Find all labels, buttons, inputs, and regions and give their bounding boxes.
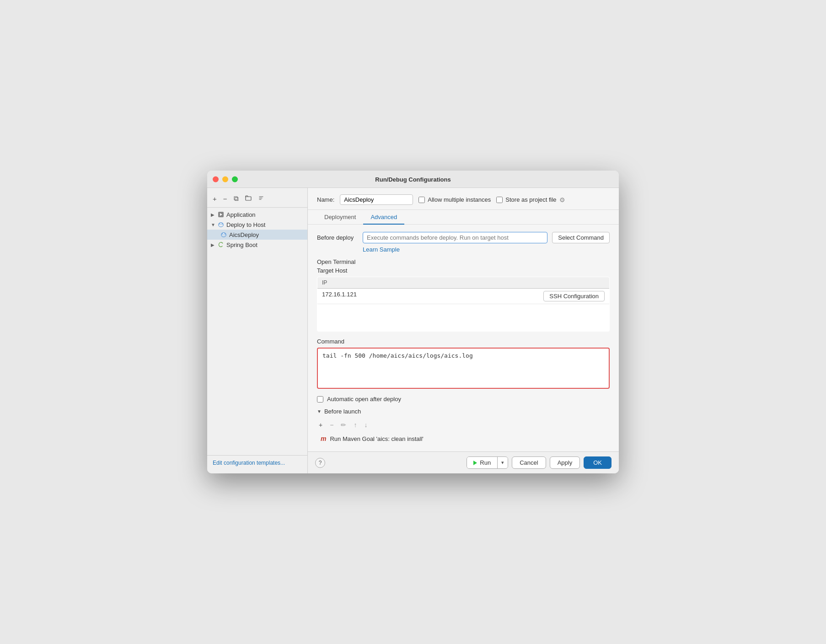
table-header-empty [429,277,609,289]
copy-config-button[interactable]: ⧉ [232,193,241,204]
learn-sample-link[interactable]: Learn Sample [317,246,610,253]
titlebar: Run/Debug Configurations [207,171,619,188]
add-config-button[interactable]: + [211,194,219,204]
tabs: Deployment Advanced [308,210,619,225]
minimize-button[interactable] [222,176,228,182]
main-content: + − ⧉ ▶ Application ▼ [207,188,619,473]
cancel-button[interactable]: Cancel [512,456,546,469]
sidebar: + − ⧉ ▶ Application ▼ [207,188,308,473]
launch-item[interactable]: m Run Maven Goal 'aics: clean install' [317,433,610,444]
sidebar-footer: Edit configuration templates... [207,455,307,470]
arrow-deploy-icon: ▼ [211,222,216,227]
panel-body: Before deploy Select Command Learn Sampl… [308,225,619,451]
allow-multiple-instances-group: Allow multiple instances [418,196,491,203]
window-title: Run/Debug Configurations [375,176,451,183]
run-button-label: Run [480,459,491,466]
run-button-group: Run ▾ [467,456,508,469]
sidebar-item-spring-boot[interactable]: ▶ Spring Boot [207,240,307,250]
before-launch-section-label: Before launch [324,408,361,415]
command-textarea[interactable] [317,348,610,389]
table-header-ip: IP [317,277,430,289]
before-deploy-label: Before deploy [317,234,358,241]
config-header: Name: Allow multiple instances Store as … [308,188,619,210]
tab-deployment[interactable]: Deployment [317,210,363,225]
svg-point-7 [222,243,223,244]
allow-multiple-instances-checkbox[interactable] [418,197,425,203]
tab-advanced[interactable]: Advanced [363,210,404,225]
table-cell-ip: 172.16.1.121 [317,289,430,304]
aics-deploy-icon [220,231,227,238]
allow-multiple-instances-label: Allow multiple instances [428,196,491,203]
ssh-configuration-button[interactable]: SSH Configuration [543,291,605,301]
sidebar-item-application[interactable]: ▶ Application [207,209,307,220]
ok-button[interactable]: OK [584,456,611,469]
launch-add-button[interactable]: + [317,420,324,429]
bottom-bar: ? Run ▾ Cancel Apply OK [308,451,619,473]
table-empty-row [317,304,610,332]
apply-button[interactable]: Apply [550,456,580,469]
store-as-project-file-group: Store as project file ⚙ [496,196,565,204]
arrow-icon: ▶ [211,212,216,217]
folder-config-button[interactable] [243,194,253,204]
before-deploy-input[interactable] [363,232,547,243]
run-dropdown-button[interactable]: ▾ [498,457,508,468]
host-table: IP 172.16.1.121 SSH Configuration [317,277,610,332]
auto-open-row: Automatic open after deploy [317,396,610,402]
remove-config-button[interactable]: − [221,194,229,204]
sidebar-item-aics-deploy[interactable]: AicsDeploy [207,230,307,240]
before-launch-collapse-row: ▼ Before launch [317,408,610,415]
svg-rect-0 [246,197,251,200]
name-label: Name: [317,196,334,203]
launch-remove-button[interactable]: − [328,420,335,429]
run-main-button[interactable]: Run [467,457,498,468]
maximize-button[interactable] [232,176,238,182]
run-triangle-icon [473,461,477,465]
traffic-lights [213,176,238,182]
sidebar-item-deploy-label: Deploy to Host [226,221,265,228]
command-label: Command [317,338,610,345]
before-deploy-row: Before deploy Select Command [317,232,610,243]
maven-icon: m [321,435,326,442]
select-command-button[interactable]: Select Command [552,232,610,243]
table-row: 172.16.1.121 SSH Configuration [317,289,610,304]
before-launch-section: ▼ Before launch + − ✏ ↑ ↓ m Run Maven Go… [317,408,610,444]
table-empty-cell-1 [317,304,430,332]
auto-open-label: Automatic open after deploy [327,396,401,402]
name-input[interactable] [340,194,413,205]
launch-toolbar: + − ✏ ↑ ↓ [317,419,610,433]
launch-edit-button[interactable]: ✏ [339,420,348,429]
close-button[interactable] [213,176,219,182]
sidebar-item-application-label: Application [226,211,256,218]
table-cell-ssh: SSH Configuration [429,289,609,304]
right-panel: Name: Allow multiple instances Store as … [308,188,619,473]
table-empty-cell-2 [429,304,609,332]
edit-templates-link[interactable]: Edit configuration templates... [213,460,285,466]
spring-icon [217,241,225,248]
sidebar-item-deploy-to-host[interactable]: ▼ Deploy to Host [207,220,307,230]
sidebar-toolbar: + − ⧉ [207,192,307,208]
help-button[interactable]: ? [315,458,325,468]
store-as-project-file-label: Store as project file [505,196,556,203]
sidebar-item-spring-label: Spring Boot [226,242,257,248]
launch-item-label: Run Maven Goal 'aics: clean install' [330,435,423,442]
run-debug-config-window: Run/Debug Configurations + − ⧉ ▶ [207,171,619,473]
sidebar-item-aics-deploy-label: AicsDeploy [229,231,259,238]
gear-icon[interactable]: ⚙ [559,196,565,204]
sort-config-button[interactable] [256,194,266,204]
application-icon [217,211,225,218]
spring-arrow-icon: ▶ [211,242,216,247]
bottom-right-buttons: Run ▾ Cancel Apply OK [467,456,611,469]
auto-open-checkbox[interactable] [317,396,323,402]
launch-down-button[interactable]: ↓ [362,420,369,429]
deploy-icon [217,221,225,228]
target-host-label: Target Host [317,267,610,274]
open-terminal-label: Open Terminal [317,258,610,265]
store-as-project-file-checkbox[interactable] [496,197,503,203]
launch-up-button[interactable]: ↑ [352,420,359,429]
collapse-arrow-icon[interactable]: ▼ [317,409,322,414]
